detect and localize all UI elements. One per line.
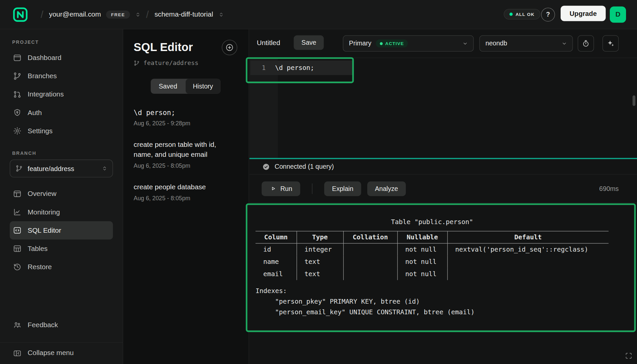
query-tab-title[interactable]: Untitled [257, 39, 280, 47]
sidebar-item-label: Auth [28, 109, 42, 117]
index-line: "person_pkey" PRIMARY KEY, btree (id) [255, 296, 608, 307]
compute-status-badge: ACTIVE [376, 39, 408, 47]
cell: not null [397, 268, 448, 280]
sidebar-item-label: Monitoring [28, 208, 60, 216]
code-line-text[interactable]: \d person; [275, 64, 314, 71]
chevron-up-down-icon [102, 165, 107, 172]
toolbar-divider [312, 183, 313, 194]
query-timer-button[interactable] [578, 35, 594, 52]
database-selector[interactable]: neondb [479, 35, 573, 52]
account-email: your@email.com [49, 10, 101, 18]
cell: name [255, 256, 297, 268]
collapse-menu-button[interactable]: Collapse menu [10, 346, 113, 360]
branch-selector-value: feature/address [28, 165, 97, 172]
cell [343, 243, 397, 256]
history-item[interactable]: create person table with id, name, and u… [134, 140, 237, 169]
database-name: neondb [485, 40, 507, 47]
sidebar-section-branch: BRANCH [12, 151, 110, 155]
stopwatch-icon [582, 39, 590, 47]
branch-icon [134, 60, 140, 66]
current-branch: feature/address [134, 59, 237, 67]
sidebar-item-feedback[interactable]: Feedback [10, 316, 113, 334]
column-header: Nullable [397, 231, 448, 243]
dashboard-icon [13, 54, 22, 62]
new-query-button[interactable] [222, 40, 238, 55]
analyze-button[interactable]: Analyze [367, 181, 406, 196]
chevron-down-icon [561, 40, 568, 47]
cell [343, 256, 397, 268]
sidebar-item-monitoring[interactable]: Monitoring [10, 203, 113, 221]
current-branch-label: feature/address [143, 59, 198, 67]
sidebar-item-restore[interactable]: Restore [10, 258, 113, 276]
sidebar-item-integrations[interactable]: Integrations [10, 85, 113, 103]
sidebar-item-label: Feedback [28, 321, 58, 329]
scrollbar-thumb[interactable] [633, 95, 636, 106]
indexes-label: Indexes: [255, 285, 608, 296]
plan-badge: FREE [106, 10, 130, 18]
sidebar-item-settings[interactable]: Settings [10, 122, 113, 140]
sidebar-item-tables[interactable]: Tables [10, 239, 113, 258]
cell: not null [397, 256, 448, 268]
history-item[interactable]: \d person; Aug 6, 2025 - 9:28pm [134, 107, 237, 127]
editor-toolbar: Untitled Save Primary ACTIVE neondb [249, 29, 637, 58]
sidebar-item-label: SQL Editor [28, 226, 61, 234]
query-workspace: Untitled Save Primary ACTIVE neondb [249, 29, 637, 364]
sidebar-item-sql-editor[interactable]: SQL Editor [10, 221, 113, 239]
history-item-time: Aug 6, 2025 - 8:05pm [134, 195, 237, 202]
tab-history[interactable]: History [185, 79, 220, 94]
compute-selector[interactable]: Primary ACTIVE [343, 35, 473, 52]
history-item[interactable]: create people database Aug 6, 2025 - 8:0… [134, 182, 237, 202]
cell: email [255, 268, 297, 280]
result-table-title: Table "public.person" [255, 218, 608, 226]
result-header-row: Column Type Collation Nullable Default [255, 231, 608, 243]
history-list: \d person; Aug 6, 2025 - 9:28pm create p… [134, 107, 237, 201]
plus-icon [226, 43, 234, 51]
compute-status-label: ACTIVE [385, 41, 404, 46]
chevron-down-icon [462, 40, 468, 47]
sidebar-item-dashboard[interactable]: Dashboard [10, 49, 113, 67]
status-badge[interactable]: ALL OK [504, 9, 540, 20]
history-item-title: create people database [134, 182, 237, 192]
cell: id [255, 243, 297, 256]
sidebar-item-branches[interactable]: Branches [10, 67, 113, 85]
compute-name: Primary [349, 40, 371, 47]
sidebar-item-label: Integrations [28, 90, 64, 98]
history-item-title: \d person; [134, 107, 237, 117]
query-duration: 690ms [599, 185, 619, 192]
chevron-up-down-icon [135, 11, 140, 18]
overview-icon [13, 190, 22, 198]
breadcrumb-separator: / [40, 9, 43, 20]
branch-selector[interactable]: feature/address [10, 159, 113, 177]
sidebar-item-label: Overview [28, 190, 56, 198]
sidebar-item-auth[interactable]: Auth [10, 103, 113, 122]
page-title: SQL Editor [134, 41, 193, 54]
branches-icon [13, 72, 22, 81]
account-breadcrumb[interactable]: your@email.com FREE [49, 10, 140, 18]
cell: not null [397, 243, 448, 256]
screenshot-viewport: / your@email.com FREE / schema-diff-tuto… [0, 0, 637, 364]
cell [447, 256, 608, 268]
expand-results-button[interactable] [625, 352, 632, 359]
cell: integer [297, 243, 343, 256]
neon-logo-icon[interactable] [12, 6, 29, 23]
help-button[interactable]: ? [541, 8, 555, 22]
ai-assist-button[interactable] [602, 35, 619, 52]
sql-code-editor[interactable]: 1 \d person; [249, 58, 637, 158]
avatar[interactable]: D [610, 7, 626, 23]
result-table: Column Type Collation Nullable Default i… [255, 231, 608, 280]
integrations-icon [13, 90, 22, 99]
run-button-label: Run [280, 185, 292, 192]
table-row: id integer not null nextval('person_id_s… [255, 243, 608, 256]
project-breadcrumb[interactable]: schema-diff-tutorial [155, 10, 224, 18]
chevron-up-down-icon [218, 11, 224, 18]
upgrade-button[interactable]: Upgrade [561, 6, 606, 21]
breadcrumb-separator: / [146, 9, 149, 20]
tab-saved[interactable]: Saved [151, 79, 185, 94]
sidebar-item-overview[interactable]: Overview [10, 185, 113, 203]
explain-button[interactable]: Explain [324, 181, 361, 196]
query-result-output: Table "public.person" Column Type Collat… [255, 218, 608, 317]
save-button[interactable]: Save [294, 35, 324, 50]
sql-editor-panel: SQL Editor feature/address Saved History… [123, 29, 249, 364]
run-button[interactable]: Run [262, 181, 301, 196]
line-number: 1 [249, 64, 266, 71]
